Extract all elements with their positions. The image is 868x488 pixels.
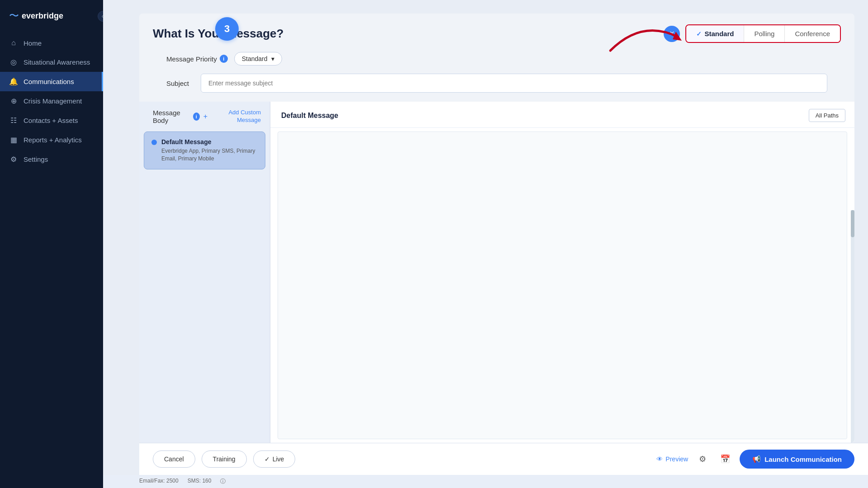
priority-label: Message Priority i: [166, 55, 228, 63]
logo-container: 〜 everbridge: [9, 9, 63, 23]
preview-eye-icon: 👁: [656, 455, 663, 463]
scroll-track: [851, 210, 854, 443]
form-container: What Is Your Message? × ✓ Standard: [139, 14, 854, 443]
sidebar-item-settings[interactable]: ⚙ Settings: [0, 150, 103, 169]
logo-text: everbridge: [22, 11, 63, 21]
preview-button[interactable]: 👁 Preview: [656, 455, 688, 463]
message-item-title: Default Message: [161, 138, 258, 145]
sidebar-item-reports-analytics[interactable]: ▦ Reports + Analytics: [0, 130, 103, 150]
message-editor-body[interactable]: [278, 131, 847, 439]
training-button[interactable]: Training: [202, 450, 247, 468]
live-button[interactable]: ✓ Live: [253, 450, 296, 468]
message-item-subtitle: Everbridge App, Primary SMS, Primary Ema…: [161, 147, 258, 163]
calendar-button[interactable]: 📅: [717, 451, 733, 467]
communications-icon: 🔔: [9, 77, 18, 86]
sidebar-item-label: Crisis Management: [24, 97, 82, 105]
bottom-bar: Cancel Training ✓ Live 👁 Preview ⚙ 📅 📢 L…: [139, 443, 868, 475]
priority-dropdown-icon: ▾: [271, 55, 274, 62]
message-body-label: Message Body i: [153, 109, 200, 124]
sidebar-item-home[interactable]: ⌂ Home: [0, 33, 103, 52]
editor-header: Default Message All Paths: [270, 102, 854, 128]
home-icon: ⌂: [9, 39, 18, 47]
priority-row: Message Priority i Standard ▾: [153, 52, 841, 74]
form-header: What Is Your Message? × ✓ Standard: [139, 14, 854, 102]
subject-label: Subject: [166, 80, 193, 87]
priority-info-icon: i: [220, 55, 228, 63]
info-bar: Email/Fax: 2500 SMS: 160 ⓘ: [103, 475, 868, 488]
mode-tab-standard[interactable]: ✓ Standard: [686, 25, 744, 42]
subject-row: Subject: [153, 74, 841, 102]
sidebar-item-label: Communications: [24, 78, 74, 85]
standard-check-icon: ✓: [696, 30, 702, 38]
mode-tabs-area: × ✓ Standard Polling Conference: [664, 24, 841, 43]
logo-wave-icon: 〜: [9, 9, 19, 23]
step-badge: 3: [215, 17, 239, 41]
sidebar-logo: 〜 everbridge: [0, 0, 103, 30]
sidebar-item-label: Reports + Analytics: [24, 136, 82, 144]
message-editor-panel: Default Message All Paths: [270, 102, 854, 443]
email-fax-count: Email/Fax: 2500: [139, 478, 179, 485]
all-paths-button[interactable]: All Paths: [809, 109, 845, 122]
sidebar-item-communications[interactable]: 🔔 Communications: [0, 72, 103, 91]
message-body-info-icon: i: [193, 113, 200, 121]
calendar-icon: 📅: [720, 454, 730, 464]
info-icon: ⓘ: [220, 478, 226, 485]
sidebar-item-contacts-assets[interactable]: ☷ Contacts + Assets: [0, 111, 103, 130]
message-dot-icon: [151, 140, 157, 145]
crisis-management-icon: ⊕: [9, 97, 18, 105]
cancel-button[interactable]: Cancel: [153, 450, 195, 468]
add-custom-message-button[interactable]: Add Custom Message: [212, 109, 261, 124]
sidebar-item-label: Settings: [24, 155, 48, 163]
sidebar-item-label: Home: [24, 39, 42, 47]
message-item-content: Default Message Everbridge App, Primary …: [161, 138, 258, 163]
settings-gear-button[interactable]: ⚙: [694, 451, 711, 467]
message-list-panel: Message Body i + Add Custom Message Defa…: [139, 102, 270, 443]
default-message-item[interactable]: Default Message Everbridge App, Primary …: [144, 131, 265, 169]
message-body-header: Message Body i + Add Custom Message: [139, 102, 270, 130]
sidebar-item-label: Situational Awareness: [24, 58, 90, 66]
settings-icon: ⚙: [9, 155, 18, 164]
situational-awareness-icon: ◎: [9, 58, 18, 66]
sidebar: 〜 everbridge « ⌂ Home ◎ Situational Awar…: [0, 0, 103, 488]
form-title-row: What Is Your Message? × ✓ Standard: [153, 24, 841, 43]
launch-icon: 📢: [752, 455, 761, 463]
mode-close-button[interactable]: ×: [664, 26, 680, 42]
editor-title: Default Message: [281, 112, 338, 120]
sidebar-nav: ⌂ Home ◎ Situational Awareness 🔔 Communi…: [0, 30, 103, 488]
contacts-assets-icon: ☷: [9, 116, 18, 125]
mode-tab-conference[interactable]: Conference: [785, 25, 840, 42]
reports-analytics-icon: ▦: [9, 136, 18, 144]
mode-tabs-wrapper: ✓ Standard Polling Conference: [685, 24, 841, 43]
sms-count: SMS: 160: [188, 478, 212, 485]
priority-select[interactable]: Standard ▾: [234, 52, 282, 66]
sidebar-item-situational-awareness[interactable]: ◎ Situational Awareness: [0, 52, 103, 72]
sidebar-item-crisis-management[interactable]: ⊕ Crisis Management: [0, 91, 103, 111]
main-content: 3 What Is Your Message? × ✓: [103, 0, 868, 488]
mode-tab-polling[interactable]: Polling: [744, 25, 785, 42]
plus-icon[interactable]: +: [203, 113, 208, 121]
launch-communication-button[interactable]: 📢 Launch Communication: [740, 450, 854, 469]
sidebar-item-label: Contacts + Assets: [24, 117, 78, 124]
message-list: Default Message Everbridge App, Primary …: [139, 130, 270, 443]
live-check-icon: ✓: [264, 455, 270, 463]
body-area: Message Body i + Add Custom Message Defa…: [139, 102, 854, 443]
subject-input[interactable]: [201, 74, 827, 93]
gear-icon: ⚙: [699, 454, 706, 464]
scroll-thumb[interactable]: [851, 210, 854, 237]
